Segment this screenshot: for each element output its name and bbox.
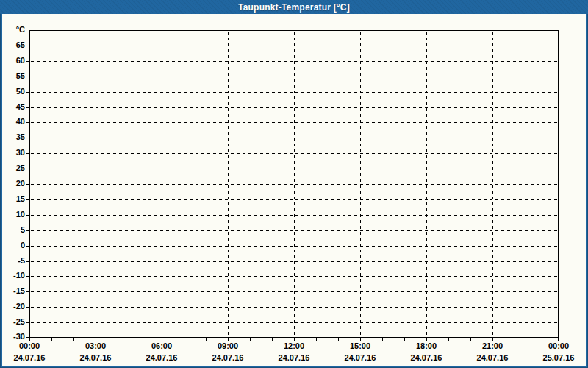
- x-tick-label-time: 18:00: [403, 342, 450, 351]
- y-tick-label: -10: [2, 271, 25, 280]
- y-axis-tick: [26, 199, 29, 200]
- y-axis-tick: [26, 184, 29, 185]
- x-axis-minor-tick: [184, 338, 184, 341]
- x-axis-minor-tick: [514, 338, 515, 341]
- y-axis-tick: [26, 276, 29, 277]
- x-axis-minor-tick: [118, 338, 118, 341]
- y-tick-label: 50: [2, 87, 25, 96]
- x-tick-label-date: 24.07.16: [403, 353, 450, 363]
- x-axis-minor-tick: [74, 338, 74, 341]
- x-axis-minor-tick: [360, 338, 361, 341]
- x-tick-label-time: 09:00: [204, 342, 251, 351]
- x-grid-line: [426, 32, 427, 337]
- x-axis-minor-tick: [29, 338, 30, 341]
- x-tick-label-time: 21:00: [469, 342, 516, 351]
- y-axis-tick: [26, 77, 29, 77]
- x-grid-line: [96, 32, 96, 337]
- x-axis-minor-tick: [162, 338, 162, 341]
- x-axis-minor-tick: [272, 338, 273, 341]
- y-tick-label: 55: [2, 71, 25, 81]
- y-tick-label: 65: [2, 40, 25, 50]
- x-tick-label-time: 03:00: [72, 342, 119, 351]
- x-tick-label-date: 24.07.16: [469, 353, 516, 363]
- y-tick-label: -20: [2, 302, 25, 311]
- chart-content: °C 65605550454035302520151050-5-10-15-20…: [2, 14, 586, 366]
- x-grid-line: [294, 32, 295, 337]
- x-tick-label-time: 00:00: [535, 342, 582, 351]
- x-tick-label-date: 24.07.16: [270, 353, 318, 363]
- y-axis-tick: [26, 230, 29, 231]
- y-tick-label: -25: [2, 317, 25, 327]
- y-axis-unit-label: °C: [2, 25, 25, 35]
- y-axis-tick: [26, 215, 29, 216]
- x-axis-minor-tick: [537, 338, 537, 341]
- x-axis-minor-tick: [316, 338, 317, 341]
- x-axis-minor-tick: [426, 338, 427, 341]
- x-tick-label-date: 24.07.16: [204, 353, 251, 363]
- x-axis-minor-tick: [382, 338, 383, 341]
- x-axis-minor-tick: [228, 338, 229, 341]
- y-axis-tick: [26, 261, 29, 262]
- y-tick-label: -30: [2, 332, 25, 342]
- y-tick-label: 20: [2, 179, 25, 188]
- x-tick-label-time: 00:00: [6, 342, 53, 351]
- y-axis-tick: [26, 153, 29, 154]
- x-axis-minor-tick: [294, 338, 295, 341]
- x-axis-minor-tick: [338, 338, 339, 341]
- plot-border-right: [558, 30, 559, 338]
- plot-border-top: [29, 30, 559, 31]
- y-tick-label: 45: [2, 102, 25, 112]
- y-tick-label: 25: [2, 163, 25, 173]
- y-tick-label: 60: [2, 56, 25, 66]
- y-tick-label: -5: [2, 256, 25, 266]
- x-axis-minor-tick: [96, 338, 96, 341]
- x-axis-minor-tick: [140, 338, 140, 341]
- x-grid-line: [228, 32, 229, 337]
- x-axis-minor-tick: [558, 338, 559, 341]
- y-axis-tick: [26, 138, 29, 138]
- x-tick-label-date: 24.07.16: [72, 353, 119, 363]
- y-axis-tick: [26, 322, 29, 323]
- x-axis-minor-tick: [492, 338, 493, 341]
- plot-area: °C 65605550454035302520151050-5-10-15-20…: [29, 30, 559, 338]
- chart-window: Taupunkt-Temperatur [°C] °C 656055504540…: [0, 0, 588, 368]
- y-tick-label: 10: [2, 210, 25, 219]
- x-tick-label-date: 24.07.16: [6, 353, 53, 363]
- y-axis-tick: [26, 291, 29, 292]
- y-axis-tick: [26, 107, 29, 108]
- x-tick-label-date: 25.07.16: [535, 353, 582, 363]
- x-grid-line: [492, 32, 493, 337]
- x-tick-label-date: 24.07.16: [337, 353, 384, 363]
- y-axis-tick: [26, 122, 29, 123]
- y-tick-label: 40: [2, 117, 25, 127]
- x-axis-minor-tick: [448, 338, 449, 341]
- y-axis-line: [29, 30, 30, 338]
- window-titlebar[interactable]: Taupunkt-Temperatur [°C]: [0, 0, 588, 14]
- y-axis-tick: [26, 92, 29, 93]
- x-grid-line: [162, 32, 162, 337]
- x-axis-minor-tick: [250, 338, 251, 341]
- x-axis-minor-tick: [470, 338, 471, 341]
- x-tick-label-time: 06:00: [138, 342, 185, 351]
- y-axis-tick: [26, 46, 29, 46]
- y-tick-label: -15: [2, 286, 25, 296]
- y-tick-label: 15: [2, 194, 25, 204]
- y-tick-label: 5: [2, 225, 25, 235]
- y-tick-label: 35: [2, 132, 25, 142]
- x-tick-label-time: 12:00: [270, 342, 318, 351]
- x-grid-line: [360, 32, 361, 337]
- x-axis-minor-tick: [51, 338, 52, 341]
- x-tick-label-date: 24.07.16: [138, 353, 185, 363]
- y-tick-label: 30: [2, 148, 25, 158]
- y-tick-label: 0: [2, 241, 25, 250]
- window-title: Taupunkt-Temperatur [°C]: [238, 2, 350, 13]
- x-axis-minor-tick: [206, 338, 207, 341]
- y-axis-tick: [26, 307, 29, 308]
- x-tick-label-time: 15:00: [337, 342, 384, 351]
- y-axis-tick: [26, 61, 29, 62]
- y-axis-tick: [26, 246, 29, 247]
- y-axis-tick: [26, 169, 29, 169]
- x-axis-minor-tick: [404, 338, 405, 341]
